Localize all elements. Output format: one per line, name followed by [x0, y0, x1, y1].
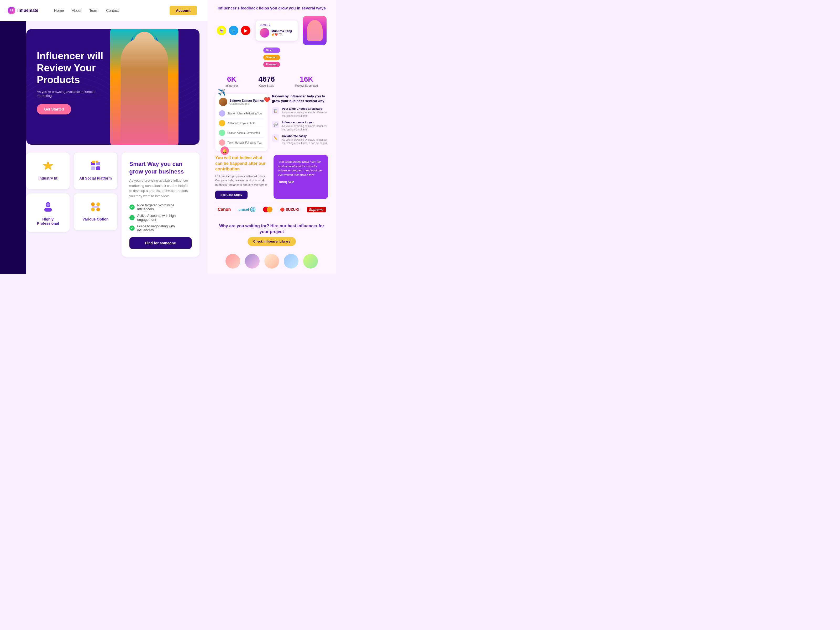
smart-title: Smart Way you can grow your business [129, 160, 192, 175]
step-2-desc: As you're browsing available influencer … [282, 125, 328, 131]
stat-projects-label: Project Submitted [295, 84, 318, 87]
chat-notif-3: Saimon Allama Commented [219, 128, 264, 138]
review-section: ✈️ ❤️ Saimon Zaman Saimon Graphic Design… [215, 94, 328, 151]
chat-notif-1: Saimon Allama Following You. [219, 109, 264, 118]
profile-name: Muslima Tanji [272, 29, 292, 33]
hero-section: Influencer will Review Your Products As … [26, 29, 199, 145]
chat-notif-4: Tanvir Hossain Following You. [219, 138, 264, 147]
influencer-circle-2 [245, 254, 260, 268]
collaborate-icon: ✏️ [272, 134, 279, 142]
nav-home[interactable]: Home [54, 8, 64, 13]
stat-casestudy-label: Case Study [259, 84, 275, 87]
sticker-standard: Standard [263, 55, 280, 60]
right-panel: Influencer's feedback helps you grow you… [207, 0, 336, 274]
check-icon-3: ✓ [129, 226, 135, 231]
influencer-avatars [215, 254, 328, 268]
unicef-globe-icon: 🌐 [250, 207, 256, 212]
hire-section: Why are you waiting for? Hire our best i… [215, 219, 328, 250]
professional-label: Highly Professional [32, 217, 64, 226]
svg-point-1 [11, 10, 12, 11]
chat-wrapper: ✈️ ❤️ Saimon Zaman Saimon Graphic Design… [215, 94, 268, 151]
testimonial-section: You will not belive what can be happend … [215, 155, 328, 199]
sticker-cards: Basic Standard Premium [263, 47, 280, 67]
checklist-item-3: ✓ Guide to negotiating with influencers [129, 224, 192, 232]
unicef-logo: unicef 🌐 [238, 207, 256, 212]
feature-card-social: All Social Platform [74, 153, 117, 189]
feature-card-professional: Highly Professional [26, 193, 69, 232]
hire-title: Why are you waiting for? Hire our best i… [215, 223, 328, 234]
check-icon-2: ✓ [129, 215, 135, 220]
notif-avatar-1 [219, 110, 225, 117]
review-text: Review by influencer help you to grow yo… [272, 94, 328, 148]
chat-notif-2: Zalfiona love your photo. [219, 118, 264, 128]
review-step-2: 💬 Influencer come to you As you're brows… [272, 121, 328, 131]
checklist-item-2: ✓ Active Accounts with high engagement [129, 214, 192, 221]
chat-avatar [219, 98, 227, 106]
chat-mock: Saimon Zaman Saimon Graphic Designer Sai… [215, 94, 268, 151]
heart-icon: ❤️ [264, 96, 270, 103]
influencer-circle-4 [284, 254, 298, 268]
profile-followers: 🔥❤️ 71k [272, 33, 292, 36]
see-case-study-button[interactable]: See Case Study [215, 191, 248, 199]
review-title: Review by influencer help you to grow yo… [272, 94, 328, 103]
stat-casestudy-number: 4676 [259, 75, 275, 84]
testimonial-desc: Get qualified proposals within 24 hours.… [215, 174, 269, 187]
step-3-desc: As you're browsing available influencer … [282, 138, 328, 145]
svg-rect-17 [92, 206, 99, 208]
svg-rect-11 [92, 161, 95, 163]
influencer-circle-3 [264, 254, 279, 268]
hero-title: Influencer will Review Your Products [37, 50, 121, 86]
influencer-circle-5 [303, 254, 318, 268]
svg-rect-9 [91, 166, 95, 170]
various-option-label: Various Option [82, 217, 109, 221]
feature-col-1: Industry fit Highly Professional [26, 153, 69, 257]
nav-about[interactable]: About [72, 8, 81, 13]
testimonial-author: Toreq Aziz [278, 180, 324, 184]
step-1-title: Post a job/Choose a Package [282, 107, 328, 110]
chat-user-row: Saimon Zaman Saimon Graphic Designer [219, 98, 264, 106]
bell-wrapper: 🔔 [221, 147, 229, 155]
airplane-icon: ✈️ [218, 89, 226, 96]
account-button[interactable]: Account [170, 6, 197, 15]
review-step-1: 📋 Post a job/Choose a Package As you're … [272, 107, 328, 118]
post-job-icon: 📋 [272, 107, 279, 114]
checklist: ✓ Nice targeted Wordlwide Influencers ✓ … [129, 203, 192, 232]
person-body [121, 37, 168, 145]
profile-level: LEVEL 3 [260, 24, 294, 27]
sticker-basic: Basic [263, 47, 280, 53]
mc-circle-orange [267, 207, 273, 212]
nav-contact[interactable]: Contact [106, 8, 118, 13]
checklist-item-1: ✓ Nice targeted Wordlwide Influencers [129, 203, 192, 211]
check-influencer-button[interactable]: Check Influencer Library [248, 237, 296, 246]
notif-avatar-2 [219, 120, 225, 126]
svg-rect-5 [44, 208, 52, 212]
various-option-icon [88, 200, 103, 214]
svg-rect-6 [46, 203, 50, 206]
svg-point-15 [91, 208, 95, 211]
influencer-circle-1 [226, 254, 240, 268]
social-platform-label: All Social Platform [79, 176, 112, 180]
feature-card-various: Various Option [74, 193, 117, 230]
testimonial-left: You will not belive what can be happend … [215, 155, 269, 199]
hero-subtitle: As you're browsing available influencer … [37, 90, 110, 98]
nav-team[interactable]: Team [89, 8, 98, 13]
influencer-3 [264, 254, 279, 268]
testimonial-quote: "Not exaggerating when I say the best ac… [278, 159, 324, 177]
review-step-3: ✏️ Collaborate easily As you're browsing… [272, 134, 328, 145]
check-icon-1: ✓ [129, 204, 135, 210]
social-preview: 👻 🐦 ▶ LEVEL 3 Muslima Tanji 🔥❤️ 71k [215, 16, 328, 67]
feedback-section: Influencer's feedback helps you grow you… [215, 5, 328, 11]
chat-name: Saimon Zaman Saimon [229, 99, 264, 103]
svg-point-13 [91, 202, 95, 206]
notif-avatar-3 [219, 129, 225, 136]
youtube-icon: ▶ [241, 26, 250, 35]
feature-card-industry: Industry fit [26, 153, 69, 189]
logo: Influemate [8, 7, 38, 14]
supreme-logo: Supreme [307, 207, 326, 212]
stat-projects: 16K Project Submitted [295, 75, 318, 87]
profile-avatar-row: Muslima Tanji 🔥❤️ 71k [260, 28, 294, 38]
snapchat-icon: 👻 [217, 26, 226, 35]
get-started-button[interactable]: Get Started [37, 104, 71, 114]
find-someone-button[interactable]: Find for someone [129, 237, 192, 249]
smart-desc: As you're browsing available influencer … [129, 178, 192, 199]
